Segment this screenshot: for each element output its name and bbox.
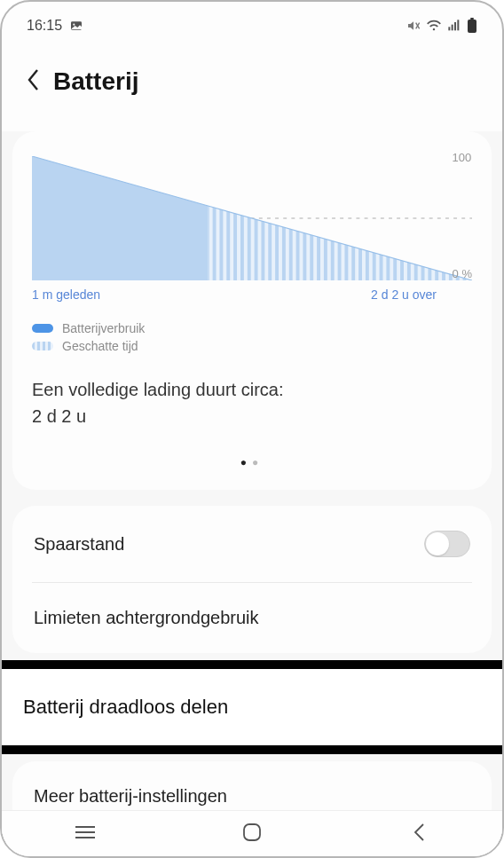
background-limits-label: Limieten achtergrondgebruik: [34, 608, 259, 628]
svg-rect-8: [468, 20, 476, 33]
signal-icon: [447, 19, 461, 33]
wifi-icon: [426, 19, 442, 33]
svg-rect-6: [454, 22, 456, 30]
chart-x-end-label: 2 d 2 u over: [371, 287, 437, 302]
status-time: 16:15: [27, 18, 62, 34]
legend-estimate-label: Geschatte tijd: [62, 339, 138, 353]
header: Batterij: [2, 41, 502, 131]
svg-rect-19: [244, 824, 260, 840]
svg-rect-7: [457, 20, 459, 30]
svg-rect-4: [448, 27, 450, 30]
battery-chart: 100 0 %: [32, 156, 472, 280]
chart-y-top-label: 100: [453, 151, 472, 164]
more-battery-settings-label: Meer batterij-instellingen: [34, 786, 227, 807]
power-saving-row[interactable]: Spaarstand: [32, 506, 472, 582]
legend-solid-icon: [32, 324, 53, 333]
nav-back-button[interactable]: [383, 823, 454, 846]
image-icon: [69, 19, 83, 33]
page-title: Batterij: [53, 67, 138, 96]
chart-y-bottom-label: 0 %: [453, 267, 472, 280]
full-charge-value: 2 d 2 u: [32, 403, 472, 429]
power-saving-toggle[interactable]: [424, 531, 470, 557]
status-bar: 16:15: [2, 2, 502, 41]
back-icon[interactable]: [27, 68, 39, 96]
chart-x-start-label: 1 m geleden: [32, 287, 100, 302]
nav-home-button[interactable]: [217, 823, 287, 846]
nav-bar: [2, 810, 502, 856]
battery-chart-card[interactable]: 100 0 % 1 m geleden 2 d 2 u over Batteri…: [12, 131, 492, 490]
pager-dots[interactable]: ●●: [32, 456, 472, 468]
svg-point-1: [73, 24, 75, 26]
wireless-powershare-label: Batterij draadloos delen: [23, 696, 228, 718]
power-saving-label: Spaarstand: [34, 534, 124, 555]
legend-usage-label: Batterijverbruik: [62, 321, 145, 335]
svg-rect-5: [452, 25, 453, 31]
nav-recents-button[interactable]: [50, 825, 121, 843]
legend-stripe-icon: [32, 342, 53, 350]
svg-marker-14: [32, 156, 208, 280]
wireless-powershare-row[interactable]: Batterij draadloos delen: [2, 669, 502, 745]
svg-rect-9: [470, 18, 474, 20]
mute-icon: [406, 19, 421, 33]
chart-legend: Batterijverbruik Geschatte tijd: [32, 321, 472, 353]
background-limits-row[interactable]: Limieten achtergrondgebruik: [32, 582, 472, 653]
battery-icon: [467, 18, 477, 34]
full-charge-label: Een volledige lading duurt circa:: [32, 376, 472, 403]
